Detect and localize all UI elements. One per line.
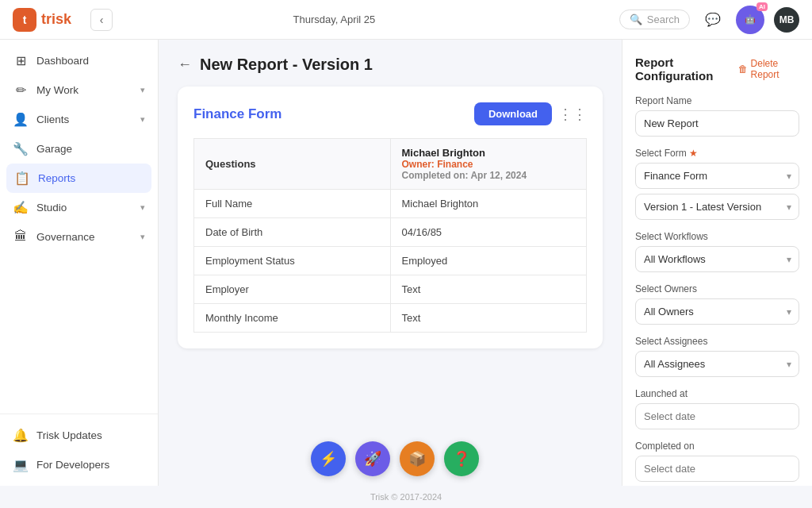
report-name-input[interactable]: [635, 110, 799, 137]
sidebar-item-clients[interactable]: 👤 Clients ▾: [0, 105, 158, 134]
right-panel-title: Report Configuration: [635, 56, 738, 83]
fab-lightning[interactable]: ⚡: [311, 441, 346, 476]
sidebar-item-trisk-updates[interactable]: 🔔 Trisk Updates: [0, 421, 158, 450]
launched-at-input[interactable]: [635, 403, 799, 429]
page-header: ← New Report - Version 1: [178, 56, 603, 74]
select-assignees-group: Select Assignees All Assignees ▾: [635, 336, 799, 377]
completed-on-label: Completed on: [635, 441, 799, 452]
sidebar-item-label: Dashboard: [36, 55, 89, 67]
sidebar-item-my-work[interactable]: ✏ My Work ▾: [0, 75, 158, 105]
launched-at-label: Launched at: [635, 388, 799, 399]
chevron-down-icon: ▾: [140, 202, 145, 213]
ai-button[interactable]: 🤖 AI: [736, 6, 764, 34]
chevron-down-icon: ▾: [140, 114, 145, 125]
table-row: Employer Text: [194, 275, 587, 304]
download-button[interactable]: Download: [474, 102, 552, 125]
owner-label: Owner:: [402, 159, 435, 170]
version-dropdown[interactable]: Version 1 - Latest Version: [635, 194, 799, 220]
user-avatar[interactable]: MB: [774, 7, 799, 33]
question-cell: Monthly Income: [194, 304, 391, 333]
more-options-button[interactable]: ⋮⋮: [558, 106, 587, 123]
right-panel: Report Configuration 🗑 Delete Report Rep…: [622, 40, 812, 486]
sidebar-item-label: Governance: [36, 231, 95, 243]
delete-label: Delete Report: [751, 58, 799, 80]
select-form-wrap: Finance Form ▾: [635, 163, 799, 189]
select-form-group: Select Form ★ Finance Form ▾ Version 1 -…: [635, 148, 799, 220]
answer-cell: Michael Brighton: [390, 190, 587, 218]
search-icon: 🔍: [630, 13, 642, 25]
version-select-wrap: Version 1 - Latest Version ▾: [635, 194, 799, 220]
sidebar-item-label: Clients: [36, 114, 69, 125]
messages-button[interactable]: 💬: [699, 6, 726, 33]
table-row: Monthly Income Text: [194, 304, 587, 333]
select-owners-label: Select Owners: [635, 283, 799, 294]
sidebar-item-reports[interactable]: 📋 Reports: [6, 164, 151, 193]
main-content: ← New Report - Version 1 Finance Form Do…: [159, 40, 622, 486]
dashboard-icon: ⊞: [13, 53, 29, 68]
logo-icon: t: [13, 8, 36, 32]
clients-icon: 👤: [13, 112, 29, 127]
assignees-dropdown[interactable]: All Assignees: [635, 351, 799, 377]
back-button[interactable]: ←: [178, 56, 192, 73]
question-cell: Employment Status: [194, 247, 391, 275]
report-card-header: Finance Form Download ⋮⋮: [193, 102, 587, 125]
report-card-title: Finance Form: [193, 106, 282, 122]
nav-right: 🔍 Search 💬 🤖 AI MB: [619, 6, 799, 34]
chevron-down-icon: ▾: [140, 85, 145, 95]
sidebar-bottom: 🔔 Trisk Updates 💻 For Developers: [0, 414, 158, 479]
reports-icon: 📋: [14, 171, 30, 186]
report-card-actions: Download ⋮⋮: [474, 102, 587, 125]
owners-dropdown[interactable]: All Owners: [635, 298, 799, 325]
topnav: t trisk ‹ Thursday, April 25 🔍 Search 💬 …: [0, 0, 812, 40]
fab-row: ⚡ 🚀 📦 ❓: [311, 441, 479, 476]
sidebar: ⊞ Dashboard ✏ My Work ▾ 👤 Clients ▾ 🔧 Ga…: [0, 40, 159, 486]
fab-archive[interactable]: 📦: [400, 441, 435, 476]
user-owner: Owner: Finance: [402, 159, 576, 170]
questions-col-header: Questions: [194, 139, 391, 190]
sidebar-item-label: Trisk Updates: [36, 429, 102, 441]
select-assignees-label: Select Assignees: [635, 336, 799, 347]
completed-on-input[interactable]: [635, 456, 799, 482]
owner-name: Finance: [437, 159, 473, 170]
workflows-dropdown[interactable]: All Workflows: [635, 246, 799, 272]
sidebar-item-garage[interactable]: 🔧 Garage: [0, 134, 158, 164]
delete-report-button[interactable]: 🗑 Delete Report: [738, 58, 799, 80]
search-placeholder: Search: [647, 13, 680, 25]
fab-rocket[interactable]: 🚀: [355, 441, 390, 476]
answer-cell: Text: [390, 275, 587, 304]
developers-icon: 💻: [13, 457, 29, 472]
sidebar-item-label: Studio: [36, 202, 67, 214]
completed-date: Apr 12, 2024: [470, 170, 527, 181]
question-cell: Full Name: [194, 190, 391, 218]
workflows-select-wrap: All Workflows ▾: [635, 246, 799, 272]
my-work-icon: ✏: [13, 83, 29, 98]
sidebar-item-for-developers[interactable]: 💻 For Developers: [0, 450, 158, 479]
select-form-dropdown[interactable]: Finance Form: [635, 163, 799, 189]
assignees-select-wrap: All Assignees ▾: [635, 351, 799, 377]
user-col-header: Michael Brighton Owner: Finance Complete…: [390, 139, 587, 190]
completed-on-group: Completed on: [635, 441, 799, 482]
sidebar-item-label: Reports: [38, 172, 75, 184]
right-panel-header: Report Configuration 🗑 Delete Report: [635, 56, 799, 83]
studio-icon: ✍: [13, 200, 29, 215]
user-info: Michael Brighton Owner: Finance Complete…: [402, 147, 576, 181]
answer-cell: 04/16/85: [390, 218, 587, 247]
launched-at-group: Launched at: [635, 388, 799, 429]
ai-label: AI: [756, 2, 768, 11]
sidebar-item-studio[interactable]: ✍ Studio ▾: [0, 193, 158, 222]
report-table: Questions Michael Brighton Owner: Financ…: [193, 138, 587, 333]
chevron-down-icon: ▾: [140, 232, 145, 242]
sidebar-item-governance[interactable]: 🏛 Governance ▾: [0, 222, 158, 251]
select-workflows-group: Select Workflows All Workflows ▾: [635, 231, 799, 272]
sidebar-item-label: Garage: [36, 143, 72, 155]
footer-text: Trisk © 2017-2024: [370, 492, 442, 502]
search-bar[interactable]: 🔍 Search: [619, 10, 690, 29]
fab-help[interactable]: ❓: [444, 441, 479, 476]
sidebar-item-label: My Work: [36, 84, 79, 96]
select-workflows-label: Select Workflows: [635, 231, 799, 242]
page-title: New Report - Version 1: [200, 56, 373, 74]
table-row: Date of Birth 04/16/85: [194, 218, 587, 247]
table-row: Full Name Michael Brighton: [194, 190, 587, 218]
question-cell: Employer: [194, 275, 391, 304]
sidebar-item-dashboard[interactable]: ⊞ Dashboard: [0, 46, 158, 75]
